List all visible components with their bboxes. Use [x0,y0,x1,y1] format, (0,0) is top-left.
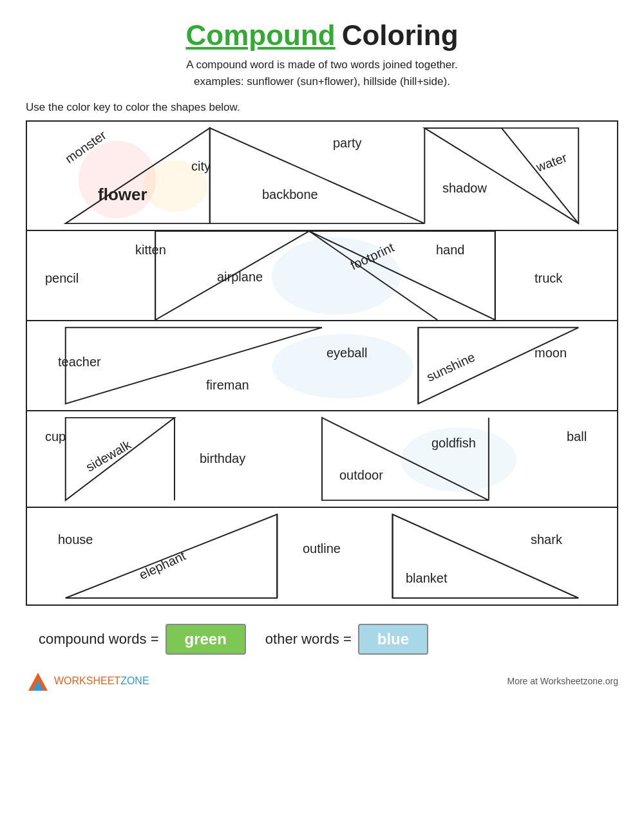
title-coloring: Coloring [342,19,459,51]
subtitle-line2: examples: sunflower (sun+flower), hillsi… [194,75,450,88]
word-cup: cup [45,429,66,444]
word-shark: shark [531,532,562,547]
footer-link: More at Worksheetzone.org [507,676,619,686]
word-pencil: pencil [45,271,79,286]
word-teacher: teacher [58,355,101,370]
key-green-box: green [166,624,246,655]
logo-text: WORKSHEETZONE [54,675,149,687]
subtitle-line1: A compound word is made of two words joi… [186,59,457,71]
word-monster: monster [62,140,109,154]
svg-marker-17 [322,418,489,500]
word-backbone: backbone [262,187,318,202]
word-birthday: birthday [200,451,245,466]
svg-line-5 [502,128,578,223]
logo: WORKSHEETZONE [26,669,149,693]
word-elephant: elephant [138,558,187,573]
word-kitten: kitten [135,243,166,257]
word-outline: outline [303,541,341,556]
grid-row-1: monster city party water flower backbone… [27,122,617,231]
word-sunshine: sunshine [425,360,477,375]
color-key: compound words = green other words = blu… [26,624,618,655]
svg-marker-11 [66,328,322,404]
key-compound-label: compound words = [39,631,159,648]
word-house: house [58,532,93,547]
word-ball: ball [567,429,587,444]
svg-marker-9 [309,231,495,320]
word-flower: flower [98,185,147,205]
word-sidewalk: sidewalk [84,449,133,463]
word-outdoor: outdoor [339,468,383,483]
key-other-label: other words = [265,631,352,648]
svg-marker-1 [210,128,425,223]
word-grid: monster city party water flower backbone… [26,120,618,606]
svg-marker-3 [424,128,578,223]
grid-row-3: teacher fireman eyeball sunshine moon [27,321,617,411]
word-water: water [536,155,567,170]
word-fireman: fireman [206,378,249,393]
logo-zone: ZONE [120,675,149,686]
key-blue-box: blue [358,624,428,655]
svg-line-10 [309,231,437,320]
word-footprint: footprint [349,249,395,264]
logo-icon [26,669,50,693]
word-airplane: airplane [217,270,263,285]
title-row: Compound Coloring [185,19,458,51]
grid-row-5: house elephant outline blanket shark [27,508,617,604]
title-compound: Compound [185,19,335,51]
word-city: city [191,159,211,174]
grid-row-4: cup sidewalk birthday outdoor goldfish b… [27,411,617,508]
word-party: party [333,136,361,151]
word-eyeball: eyeball [327,346,367,360]
key-other: other words = blue [265,624,428,655]
logo-worksheet: WORKSHEET [54,675,120,686]
word-goldfish: goldfish [431,436,476,451]
word-blanket: blanket [406,571,448,586]
subtitle: A compound word is made of two words joi… [186,57,457,89]
word-truck: truck [535,271,562,286]
word-moon: moon [535,346,567,360]
footer: WORKSHEETZONE More at Worksheetzone.org [26,669,618,693]
grid-row-2: pencil kitten airplane footprint hand tr… [27,231,617,321]
instruction: Use the color key to color the shapes be… [26,101,618,114]
word-hand: hand [436,243,465,257]
key-compound: compound words = green [39,624,246,655]
word-shadow: shadow [442,181,487,196]
